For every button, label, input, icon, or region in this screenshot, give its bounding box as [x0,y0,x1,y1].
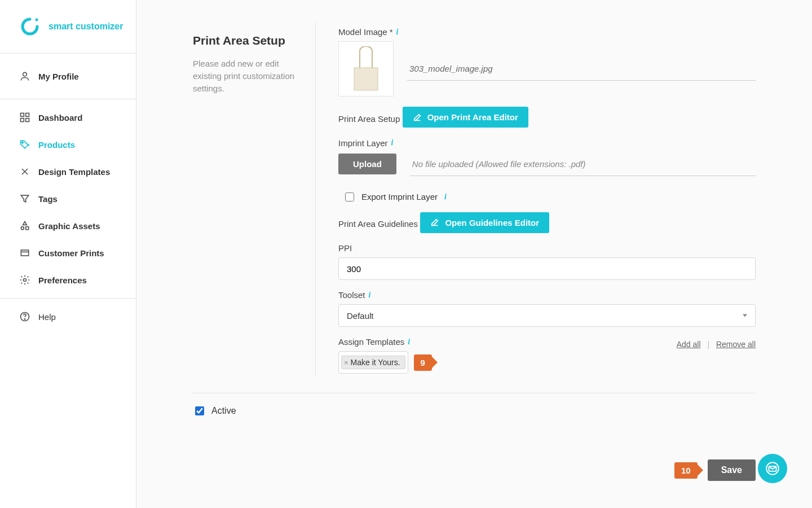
toolset-label: Toolset [338,290,365,300]
svg-rect-3 [26,113,29,117]
active-label[interactable]: Active [211,406,236,416]
svg-point-6 [22,142,24,143]
sidebar-item-label: Tags [38,194,58,204]
field-print-area-guidelines: Print Area Guidelines Open Guidelines Ed… [338,212,756,234]
sidebar-item-label: Design Templates [38,167,110,177]
upload-button[interactable]: Upload [338,154,396,174]
export-imprint-layer-row: Export Imprint Layer i [338,186,756,212]
svg-rect-5 [26,119,29,122]
required-star: * [390,27,393,37]
field-toolset: Toolset i Default [338,290,756,327]
toolset-select[interactable]: Default [338,304,756,327]
sidebar-item-label: Help [38,312,56,322]
info-icon[interactable]: i [390,138,394,147]
svg-point-7 [21,227,24,230]
sidebar-item-design-templates[interactable]: Design Templates [0,158,136,185]
export-imprint-layer-label[interactable]: Export Imprint Layer [361,192,438,202]
info-icon[interactable]: i [368,291,371,300]
svg-rect-2 [21,113,24,117]
button-label: Open Print Area Editor [427,112,518,122]
ppi-input[interactable] [338,257,756,280]
brand-name: smart customizer [48,21,123,32]
button-label: Save [721,465,742,475]
info-icon[interactable]: i [395,28,399,37]
assign-templates-label-row: Assign Templates i [338,337,410,347]
info-icon[interactable]: i [407,338,410,347]
gear-icon [19,274,30,286]
button-label: Upload [353,159,382,169]
imprint-layer-label-row: Imprint Layer i [338,138,393,148]
dashboard-icon [19,112,30,123]
sidebar-item-label: Preferences [38,275,87,285]
help-icon [19,311,30,322]
field-model-image: Model Image * i 303_model_image.jpg [338,27,756,97]
model-image-thumb[interactable] [338,41,394,97]
user-icon [19,71,30,82]
add-all-link[interactable]: Add all [677,340,701,349]
brand: smart customizer [0,0,136,54]
template-chip: × Make it Yours. [341,356,405,369]
edit-icon [430,218,439,227]
sidebar-item-help[interactable]: Help [0,303,136,330]
svg-point-14 [24,319,25,319]
svg-rect-9 [21,250,28,256]
button-label: Open Guidelines Editor [445,218,539,227]
sidebar-item-dashboard[interactable]: Dashboard [0,104,136,131]
field-ppi: PPI [338,243,756,280]
sidebar-item-products[interactable]: Products [0,131,136,158]
prints-icon [19,247,30,259]
tag-icon [19,139,30,150]
print-area-guidelines-label: Print Area Guidelines [338,219,418,229]
sidebar-item-my-profile[interactable]: My Profile [0,58,136,94]
tote-bag-icon [346,46,386,91]
model-image-label-row: Model Image * i [338,27,398,37]
chip-remove-icon[interactable]: × [344,359,348,366]
model-image-filename[interactable]: 303_model_image.jpg [407,57,756,81]
model-image-row: 303_model_image.jpg [338,41,756,97]
active-checkbox[interactable] [195,406,204,415]
mail-icon [765,461,780,476]
field-print-area-setup: Print Area Setup Open Print Area Editor [338,107,756,128]
field-assign-templates: Assign Templates i Add all | Remove all … [338,337,756,374]
page-subtitle: Please add new or edit existing print cu… [193,58,298,94]
sidebar: smart customizer My Profile Dashboard Pr… [0,0,136,508]
assign-templates-row: × Make it Yours. 9 [338,351,756,374]
save-button[interactable]: Save [708,459,756,481]
open-guidelines-editor-button[interactable]: Open Guidelines Editor [420,212,549,233]
info-icon[interactable]: i [443,192,447,202]
svg-rect-8 [26,227,29,230]
sidebar-item-label: My Profile [38,72,79,81]
brand-logo-icon [19,16,41,37]
right-col: Model Image * i 303_model_image.jpg [338,23,756,376]
sidebar-item-customer-prints[interactable]: Customer Prints [0,239,136,266]
print-area-setup-label: Print Area Setup [338,114,400,124]
nav-section-help: Help [0,299,136,335]
assign-templates-header: Assign Templates i Add all | Remove all [338,337,756,351]
upload-hint: No file uploaded (Allowed file extension… [410,152,756,176]
sidebar-item-label: Graphic Assets [38,221,100,231]
sidebar-item-graphic-assets[interactable]: Graphic Assets [0,212,136,239]
assign-templates-actions: Add all | Remove all [677,340,756,349]
chat-fab[interactable] [758,454,787,483]
export-imprint-layer-checkbox[interactable] [345,192,354,202]
sidebar-item-tags[interactable]: Tags [0,185,136,212]
form-container: Print Area Setup Please add new or edit … [193,23,756,393]
open-print-area-editor-button[interactable]: Open Print Area Editor [403,107,528,128]
model-image-label: Model Image [338,27,387,37]
assign-templates-input[interactable]: × Make it Yours. [338,351,408,374]
shapes-icon [19,220,30,231]
toolset-label-row: Toolset i [338,290,370,300]
svg-point-1 [23,72,27,76]
nav-section-main: Dashboard Products Design Templates Tags… [0,99,136,299]
svg-point-0 [36,19,38,21]
svg-rect-15 [354,68,378,90]
sidebar-item-label: Products [38,140,75,150]
edit-icon [413,113,422,122]
remove-all-link[interactable]: Remove all [716,340,756,349]
sidebar-item-preferences[interactable]: Preferences [0,266,136,294]
filter-icon [19,193,30,204]
step-badge-9: 9 [414,354,432,371]
step-badge-10: 10 [674,462,698,479]
svg-rect-4 [21,119,24,122]
imprint-layer-label: Imprint Layer [338,138,388,148]
